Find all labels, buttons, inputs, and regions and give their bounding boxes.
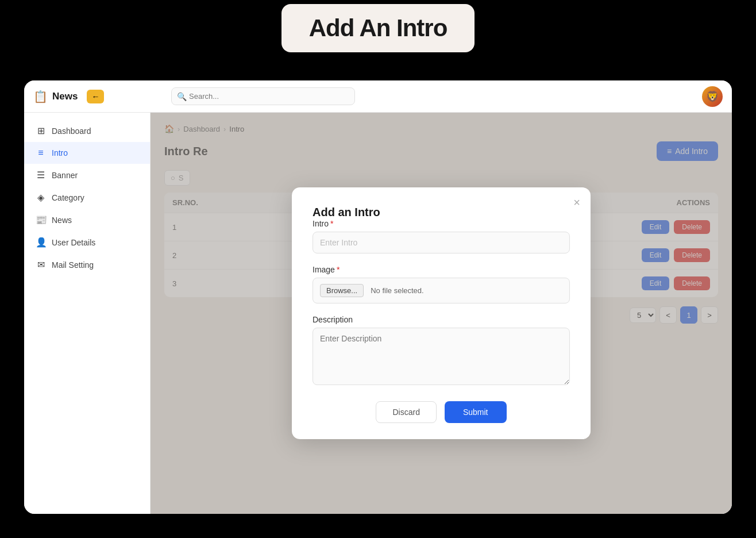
- search-container: 🔍: [171, 87, 355, 105]
- description-field-group: Description: [313, 315, 570, 387]
- app-header: 📋 News ← 🔍 🦁: [24, 80, 732, 113]
- top-label-text: Add An Intro: [309, 14, 448, 41]
- discard-button[interactable]: Discard: [376, 401, 436, 423]
- newspaper-icon: 📰: [36, 214, 46, 225]
- image-field-group: Image* Browse... No file selected.: [313, 265, 570, 303]
- sidebar-item-mail-setting[interactable]: ✉ Mail Setting: [24, 253, 150, 276]
- avatar[interactable]: 🦁: [702, 86, 723, 107]
- intro-label: Intro*: [313, 219, 570, 228]
- browse-button[interactable]: Browse...: [320, 284, 364, 297]
- description-textarea[interactable]: [313, 328, 570, 385]
- user-icon: 👤: [36, 237, 46, 248]
- app-window: 📋 News ← 🔍 🦁 ⊞ Dashboard ≡ Intro: [24, 80, 732, 514]
- back-button[interactable]: ←: [87, 90, 104, 103]
- sidebar-label-user-details: User Details: [52, 238, 95, 247]
- intro-required: *: [330, 219, 333, 228]
- modal-overlay: Add an Intro × Intro* Image*: [151, 113, 732, 514]
- modal-footer: Discard Submit: [313, 401, 570, 423]
- app-body: ⊞ Dashboard ≡ Intro ☰ Banner ◈ Category …: [24, 113, 732, 514]
- header-logo: 📋 News ←: [33, 90, 148, 103]
- main-content: 🏠 › Dashboard › Intro Intro Re ≡ Add Int…: [151, 113, 732, 514]
- avatar-emoji: 🦁: [706, 90, 719, 103]
- intro-field-group: Intro*: [313, 219, 570, 253]
- news-icon: 📋: [33, 90, 48, 103]
- sidebar-item-user-details[interactable]: 👤 User Details: [24, 231, 150, 253]
- image-label: Image*: [313, 265, 570, 274]
- sidebar-label-intro: Intro: [52, 148, 68, 157]
- sidebar-label-category: Category: [52, 193, 84, 202]
- sidebar: ⊞ Dashboard ≡ Intro ☰ Banner ◈ Category …: [24, 113, 151, 514]
- category-icon: ◈: [36, 192, 46, 203]
- no-file-label: No file selected.: [371, 286, 424, 295]
- dashboard-icon: ⊞: [36, 125, 46, 136]
- sidebar-item-banner[interactable]: ☰ Banner: [24, 164, 150, 186]
- top-label-area: Add An Intro: [0, 0, 756, 56]
- sidebar-label-banner: Banner: [52, 171, 78, 180]
- file-input-wrapper: Browse... No file selected.: [313, 278, 570, 303]
- intro-input[interactable]: [313, 232, 570, 253]
- sidebar-label-mail-setting: Mail Setting: [52, 260, 94, 270]
- app-name: News: [52, 91, 78, 102]
- sidebar-label-dashboard: Dashboard: [52, 126, 91, 136]
- image-required: *: [337, 265, 340, 274]
- sidebar-label-news: News: [52, 216, 72, 225]
- search-input[interactable]: [171, 87, 355, 105]
- intro-icon: ≡: [36, 148, 46, 158]
- sidebar-item-news[interactable]: 📰 News: [24, 209, 150, 231]
- modal-close-button[interactable]: ×: [573, 197, 580, 208]
- sidebar-item-intro[interactable]: ≡ Intro: [24, 142, 150, 164]
- banner-icon: ☰: [36, 170, 46, 180]
- modal-title: Add an Intro: [313, 206, 380, 218]
- search-icon: 🔍: [177, 92, 187, 101]
- submit-button[interactable]: Submit: [445, 401, 507, 423]
- description-label: Description: [313, 315, 570, 324]
- mail-icon: ✉: [36, 259, 46, 270]
- sidebar-item-dashboard[interactable]: ⊞ Dashboard: [24, 120, 150, 142]
- top-label-box: Add An Intro: [281, 4, 475, 52]
- sidebar-item-category[interactable]: ◈ Category: [24, 186, 150, 209]
- modal: Add an Intro × Intro* Image*: [292, 187, 591, 439]
